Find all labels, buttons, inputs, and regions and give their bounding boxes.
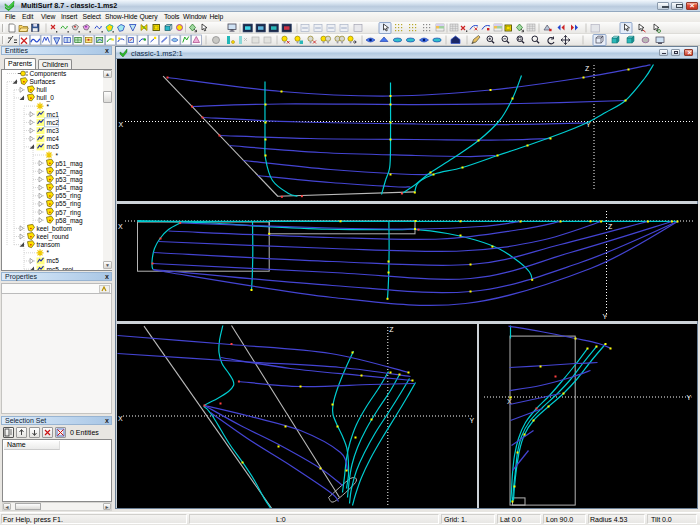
svg-text:p57_ring: p57_ring [56, 209, 82, 217]
svg-text:p52_mag: p52_mag [56, 168, 83, 176]
svg-text:Y: Y [603, 313, 608, 320]
svg-text:transom: transom [37, 241, 60, 248]
svg-text:Y: Y [687, 394, 692, 401]
svg-text:mc5: mc5 [47, 143, 60, 150]
svg-text:mc1: mc1 [47, 111, 60, 118]
svg-text:*: * [56, 152, 59, 159]
svg-text:p53_mag: p53_mag [56, 176, 83, 184]
svg-text:hull_0: hull_0 [37, 94, 55, 102]
svg-text:Z: Z [585, 65, 590, 72]
svg-text:mc5_proj: mc5_proj [47, 266, 74, 270]
svg-text:X: X [118, 223, 123, 230]
svg-text:p54_mag: p54_mag [56, 184, 83, 192]
svg-text:Surfaces: Surfaces [30, 78, 56, 85]
svg-text:mc2: mc2 [47, 119, 60, 126]
svg-text:Z: Z [389, 326, 394, 333]
svg-text:Z: Z [608, 223, 613, 230]
svg-text:p55_ring: p55_ring [56, 192, 82, 200]
svg-text:X: X [119, 121, 124, 128]
svg-text:*: * [47, 103, 50, 110]
svg-text:keel_bottom: keel_bottom [37, 225, 72, 233]
svg-text:*: * [47, 249, 50, 256]
svg-text:p58_mag: p58_mag [56, 217, 83, 225]
svg-text:X: X [118, 415, 123, 422]
svg-text:p51_mag: p51_mag [56, 160, 83, 168]
svg-text:Components: Components [30, 70, 68, 78]
svg-text:hull: hull [37, 86, 48, 93]
svg-text:mc3: mc3 [47, 127, 60, 134]
svg-text:p55_ring: p55_ring [56, 200, 82, 208]
svg-text:Y: Y [470, 417, 475, 424]
svg-text:keel_round: keel_round [37, 233, 70, 241]
svg-text:mc5: mc5 [47, 257, 60, 264]
svg-text:mc4: mc4 [47, 135, 60, 142]
